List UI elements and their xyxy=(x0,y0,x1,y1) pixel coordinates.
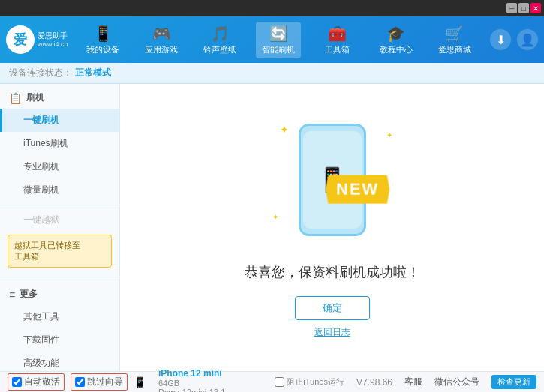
sidebar-notice: 越狱工具已转移至工具箱 xyxy=(8,235,112,268)
stop-itunes: 阻止iTunes运行 xyxy=(275,376,344,388)
tutorial-icon: 🎓 xyxy=(386,25,405,43)
nav-mall[interactable]: 🛒 爱思商城 xyxy=(432,22,477,58)
device-row: 📱 iPhone 12 mini 64GB Down-12mini-13,1 xyxy=(134,368,225,393)
sidebar-more-header: ≡ 更多 xyxy=(0,283,119,305)
nav-apps-games[interactable]: 🎮 应用游戏 xyxy=(139,22,184,58)
sidebar-more-section: ≡ 更多 其他工具 下载固件 高级功能 xyxy=(0,280,119,371)
minimize-button[interactable]: ─ xyxy=(506,3,517,13)
nav-smart-flash[interactable]: 🔄 智能刷机 xyxy=(256,22,301,58)
nav-items: 📱 我的设备 🎮 应用游戏 🎵 铃声壁纸 🔄 智能刷机 🧰 工具箱 🎓 教程中心… xyxy=(74,22,484,58)
toolbox-icon: 🧰 xyxy=(328,25,347,43)
sidebar-item-wipe-flash[interactable]: 微量刷机 xyxy=(0,178,119,202)
auto-activate-input[interactable] xyxy=(12,377,22,387)
maximize-button[interactable]: □ xyxy=(518,3,529,13)
header: 爱 爱思助手 www.i4.cn 📱 我的设备 🎮 应用游戏 🎵 铃声壁纸 🔄 … xyxy=(0,16,544,63)
mall-icon: 🛒 xyxy=(445,25,464,43)
stop-itunes-checkbox[interactable] xyxy=(275,377,284,387)
user-button[interactable]: 👤 xyxy=(517,29,538,50)
toolbox-label: 工具箱 xyxy=(325,44,350,55)
sidebar-item-jailbreak: 一键越狱 xyxy=(0,208,119,232)
sidebar-flash-section: 📋 刷机 一键刷机 iTunes刷机 专业刷机 微量刷机 一键越狱 越狱工具已转… xyxy=(0,84,119,274)
confirm-button[interactable]: 确定 xyxy=(295,296,370,320)
logo-circle: 爱 xyxy=(6,25,35,54)
wechat-link[interactable]: 微信公众号 xyxy=(434,376,479,388)
bottom-bar: 自动敬活 跳过向导 📱 iPhone 12 mini 64GB Down-12m… xyxy=(0,371,544,392)
sparkle-1: ✦ xyxy=(280,124,289,136)
logo-text: 爱思助手 www.i4.cn xyxy=(38,31,68,49)
success-illustration: ✦ ✦ ✦ 📱 NEW xyxy=(257,116,407,251)
skip-wizard-checkbox[interactable]: 跳过向导 xyxy=(71,373,128,391)
ringtones-icon: 🎵 xyxy=(211,25,230,43)
sidebar-separator xyxy=(0,205,119,205)
sparkle-3: ✦ xyxy=(272,213,278,221)
sidebar-item-onekey-flash[interactable]: 一键刷机 xyxy=(0,109,119,132)
device-model: Down-12mini-13,1 xyxy=(158,388,225,393)
bottom-left: 自动敬活 跳过向导 📱 iPhone 12 mini 64GB Down-12m… xyxy=(8,368,225,393)
more-section-icon: ≡ xyxy=(9,289,15,301)
device-name: iPhone 12 mini xyxy=(158,368,225,379)
smart-flash-icon: 🔄 xyxy=(269,25,288,43)
nav-my-device[interactable]: 📱 我的设备 xyxy=(80,22,125,58)
skip-wizard-input[interactable] xyxy=(75,377,85,387)
success-text: 恭喜您，保资料刷机成功啦！ xyxy=(245,263,420,281)
apps-games-icon: 🎮 xyxy=(152,25,171,43)
tutorial-label: 教程中心 xyxy=(380,44,413,55)
mall-label: 爱思商城 xyxy=(438,44,471,55)
back-link[interactable]: 返回日志 xyxy=(314,326,350,339)
auto-activate-checkbox[interactable]: 自动敬活 xyxy=(8,373,65,391)
sparkle-2: ✦ xyxy=(386,131,392,139)
sidebar-item-pro-flash[interactable]: 专业刷机 xyxy=(0,155,119,178)
main-layout: 📋 刷机 一键刷机 iTunes刷机 专业刷机 微量刷机 一键越狱 越狱工具已转… xyxy=(0,84,544,371)
sidebar-item-other-tools[interactable]: 其他工具 xyxy=(0,305,119,328)
sidebar: 📋 刷机 一键刷机 iTunes刷机 专业刷机 微量刷机 一键越狱 越狱工具已转… xyxy=(0,84,120,371)
status-label: 设备连接状态： xyxy=(9,67,72,79)
flash-section-icon: 📋 xyxy=(9,92,22,104)
logo-icon: 爱 xyxy=(14,31,27,49)
nav-ringtones[interactable]: 🎵 铃声壁纸 xyxy=(197,22,242,58)
header-right: ⬇ 👤 xyxy=(490,29,538,50)
service-link[interactable]: 客服 xyxy=(404,376,422,388)
logo: 爱 爱思助手 www.i4.cn xyxy=(6,25,74,54)
my-device-label: 我的设备 xyxy=(86,44,119,55)
update-button[interactable]: 检查更新 xyxy=(491,375,536,389)
nav-tutorial[interactable]: 🎓 教程中心 xyxy=(374,22,419,58)
device-info: iPhone 12 mini 64GB Down-12mini-13,1 xyxy=(158,368,225,393)
sidebar-flash-header: 📋 刷机 xyxy=(0,87,119,109)
apps-games-label: 应用游戏 xyxy=(145,44,178,55)
nav-toolbox[interactable]: 🧰 工具箱 xyxy=(315,22,360,58)
version-label: V7.98.66 xyxy=(356,377,392,388)
new-badge: NEW xyxy=(326,175,389,204)
ringtones-label: 铃声壁纸 xyxy=(203,44,236,55)
device-phone-icon: 📱 xyxy=(134,376,146,388)
status-bar: 设备连接状态： 正常模式 xyxy=(0,63,544,84)
smart-flash-label: 智能刷机 xyxy=(262,44,295,55)
status-value: 正常模式 xyxy=(75,67,111,79)
my-device-icon: 📱 xyxy=(94,25,113,43)
title-bar: ─ □ ✕ xyxy=(0,0,544,16)
download-button[interactable]: ⬇ xyxy=(490,29,511,50)
close-button[interactable]: ✕ xyxy=(530,3,541,13)
window-controls: ─ □ ✕ xyxy=(506,3,541,13)
content-area: ✦ ✦ ✦ 📱 NEW 恭喜您，保资料刷机成功啦！ 确定 返回日志 xyxy=(120,84,544,371)
sidebar-item-download-firm[interactable]: 下载固件 xyxy=(0,328,119,352)
sidebar-separator-2 xyxy=(0,277,119,277)
bottom-right: 阻止iTunes运行 V7.98.66 客服 微信公众号 检查更新 xyxy=(275,375,536,389)
sidebar-item-itunes-flash[interactable]: iTunes刷机 xyxy=(0,132,119,155)
device-storage: 64GB xyxy=(158,379,225,388)
